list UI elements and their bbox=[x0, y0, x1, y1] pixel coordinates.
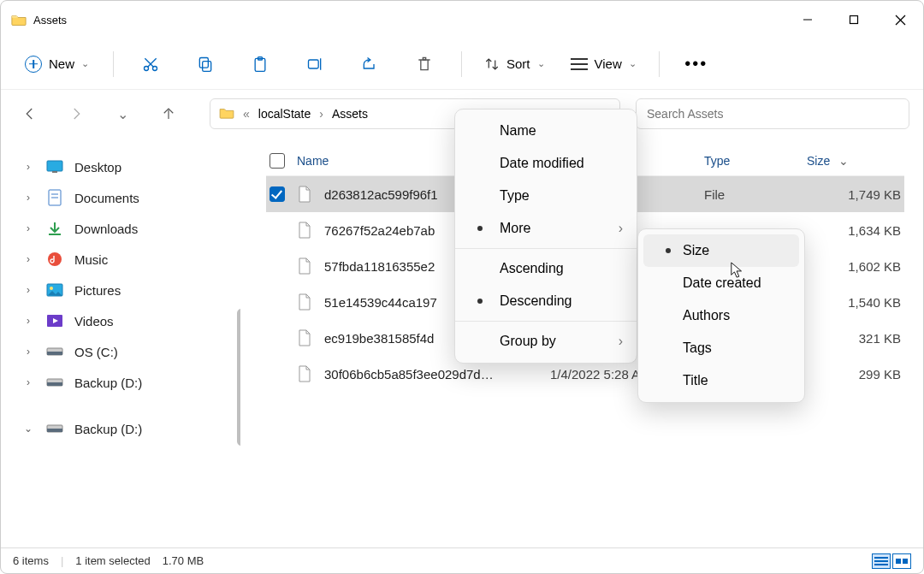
back-button[interactable] bbox=[15, 98, 45, 129]
select-all-checkbox[interactable] bbox=[270, 153, 285, 169]
sidebar-item-desktop[interactable]: ›Desktop bbox=[9, 151, 232, 182]
svg-rect-30 bbox=[47, 382, 62, 386]
file-icon bbox=[297, 293, 312, 311]
file-icon bbox=[297, 185, 312, 204]
file-size: 1,634 KB bbox=[807, 223, 901, 238]
menu-item-label: Group by bbox=[500, 334, 556, 348]
chevron-down-icon: ⌄ bbox=[21, 423, 35, 435]
rename-button[interactable] bbox=[293, 47, 336, 81]
music-icon bbox=[45, 251, 64, 268]
window-controls bbox=[785, 1, 923, 38]
forward-button[interactable] bbox=[61, 98, 92, 129]
chevron-right-icon: › bbox=[21, 376, 35, 388]
new-button[interactable]: New ⌄ bbox=[16, 50, 98, 78]
menu-item-label: Name bbox=[500, 123, 536, 138]
chevron-right-icon: › bbox=[21, 346, 35, 358]
pictures-icon bbox=[45, 281, 64, 299]
sidebar-item-label: Desktop bbox=[74, 160, 121, 175]
sort-menu-type[interactable]: Type bbox=[455, 180, 637, 212]
sidebar-item-backup-expanded[interactable]: ⌄ Backup (D:) bbox=[9, 413, 232, 444]
thumbnails-view-button[interactable] bbox=[892, 553, 911, 569]
drive-icon bbox=[45, 343, 64, 360]
sidebar-item-os-c-[interactable]: ›OS (C:) bbox=[9, 336, 232, 367]
chevron-down-icon: ⌄ bbox=[629, 58, 637, 69]
sidebar-item-documents[interactable]: ›Documents bbox=[9, 182, 232, 213]
sort-menu-more[interactable]: More› bbox=[455, 212, 637, 245]
file-size: 1,540 KB bbox=[807, 295, 901, 310]
sort-menu-descending[interactable]: Descending bbox=[455, 285, 637, 317]
chevron-right-icon: › bbox=[619, 221, 623, 236]
sort-context-menu: NameDate modifiedTypeMore›AscendingDesce… bbox=[454, 109, 637, 364]
paste-button[interactable] bbox=[239, 47, 281, 81]
svg-rect-18 bbox=[52, 171, 57, 173]
bullet-icon bbox=[477, 299, 483, 304]
details-view-button[interactable] bbox=[872, 553, 891, 569]
status-size: 1.70 MB bbox=[163, 554, 204, 567]
file-name: 30f06b6cb5a85f3ee029d7d… bbox=[324, 367, 494, 382]
maximize-button[interactable] bbox=[831, 1, 877, 38]
folder-icon bbox=[11, 14, 27, 26]
sort-menu-group-by[interactable]: Group by› bbox=[455, 325, 637, 358]
file-name: 51e14539c44ca197 bbox=[324, 295, 437, 310]
sidebar-item-label: Music bbox=[74, 252, 108, 267]
sidebar-item-backup-d-[interactable]: ›Backup (D:) bbox=[9, 367, 232, 398]
column-type[interactable]: Type bbox=[704, 154, 730, 168]
more-menu-title[interactable]: Title bbox=[638, 364, 804, 397]
sidebar-item-label: OS (C:) bbox=[74, 345, 118, 359]
view-button[interactable]: View ⌄ bbox=[564, 56, 643, 71]
sort-menu-date-modified[interactable]: Date modified bbox=[455, 147, 637, 180]
chevron-right-icon: › bbox=[21, 315, 35, 327]
sidebar-item-pictures[interactable]: ›Pictures bbox=[9, 275, 232, 305]
column-name[interactable]: Name bbox=[297, 154, 329, 168]
menu-item-label: More bbox=[500, 221, 530, 235]
more-menu-date-created[interactable]: Date created bbox=[638, 267, 804, 299]
view-icon bbox=[571, 57, 588, 71]
menu-item-label: Title bbox=[683, 373, 708, 388]
up-button[interactable] bbox=[153, 98, 184, 129]
more-menu-authors[interactable]: Authors bbox=[638, 299, 804, 332]
sidebar-item-music[interactable]: ›Music bbox=[9, 244, 232, 275]
menu-item-label: Size bbox=[683, 243, 709, 257]
cut-button[interactable] bbox=[129, 47, 172, 81]
search-input[interactable] bbox=[636, 98, 909, 129]
sort-label: Sort bbox=[506, 56, 530, 71]
menu-item-label: Descending bbox=[500, 293, 572, 308]
file-icon bbox=[297, 364, 312, 383]
sort-button[interactable]: Sort ⌄ bbox=[477, 56, 552, 72]
folder-icon bbox=[219, 107, 234, 121]
svg-rect-32 bbox=[47, 429, 62, 432]
more-menu-size[interactable]: Size bbox=[643, 234, 799, 267]
more-menu-tags[interactable]: Tags bbox=[638, 332, 804, 364]
file-type: File bbox=[704, 187, 807, 202]
more-options-button[interactable]: ••• bbox=[675, 47, 718, 81]
status-count: 6 items bbox=[13, 554, 49, 567]
file-size: 1,602 KB bbox=[807, 259, 901, 274]
sort-menu-name[interactable]: Name bbox=[455, 115, 637, 147]
sidebar-item-videos[interactable]: ›Videos bbox=[9, 305, 232, 336]
sort-more-submenu: SizeDate createdAuthorsTagsTitle bbox=[637, 228, 805, 403]
chevron-right-icon: › bbox=[319, 107, 323, 121]
row-checkbox[interactable] bbox=[270, 186, 285, 202]
documents-icon bbox=[45, 189, 64, 206]
chevron-down-icon: ⌄ bbox=[838, 154, 849, 168]
titlebar: Assets bbox=[1, 1, 923, 38]
bullet-icon bbox=[477, 226, 483, 231]
breadcrumb-current[interactable]: Assets bbox=[332, 107, 368, 121]
sort-menu-ascending[interactable]: Ascending bbox=[455, 252, 637, 285]
copy-button[interactable] bbox=[184, 47, 227, 81]
chevron-right-icon: › bbox=[619, 334, 623, 349]
recent-button[interactable]: ⌄ bbox=[107, 98, 138, 129]
file-name: 76267f52a24eb7ab bbox=[324, 223, 435, 238]
minimize-button[interactable] bbox=[785, 1, 831, 38]
close-button[interactable] bbox=[877, 1, 923, 38]
sidebar-item-downloads[interactable]: ›Downloads bbox=[9, 213, 232, 244]
breadcrumb-parent[interactable]: localState bbox=[258, 107, 311, 121]
svg-rect-8 bbox=[203, 61, 211, 71]
menu-item-label: Tags bbox=[683, 340, 712, 355]
column-size[interactable]: Size bbox=[807, 154, 830, 168]
share-button[interactable] bbox=[348, 47, 391, 81]
file-icon bbox=[297, 328, 312, 347]
delete-button[interactable] bbox=[403, 47, 446, 81]
toolbar: New ⌄ Sort ⌄ View ⌄ ••• bbox=[1, 38, 923, 90]
breadcrumb-sep: « bbox=[243, 107, 250, 121]
